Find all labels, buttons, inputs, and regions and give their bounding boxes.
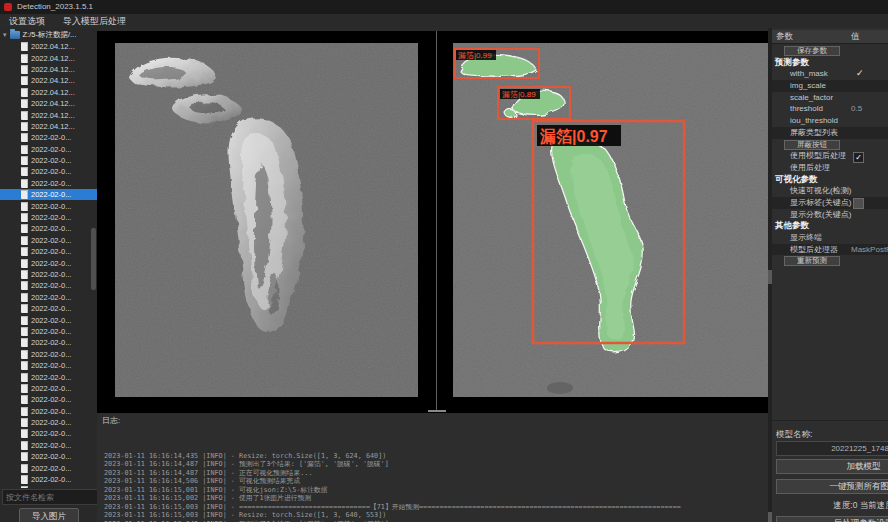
re-predict-button[interactable]: 重新预测	[784, 256, 840, 266]
tree-item[interactable]: 2022-02-0...	[0, 212, 97, 223]
tree-item[interactable]: 2022-02-0...	[0, 485, 97, 488]
viewer-splitter[interactable]	[436, 31, 437, 410]
tree-item-label: 2022-02-0...	[31, 395, 71, 404]
tree-item[interactable]: 2022.04.12...	[0, 64, 97, 75]
param-row-use-model-postprocess[interactable]: 使用模型后处理✓	[772, 150, 888, 162]
log-line: 2023-01-11 16:16:15,001 |INFO| - 可视化json…	[104, 486, 764, 495]
param-row-use-postprocess[interactable]: 使用后处理	[772, 162, 888, 174]
tree-item[interactable]: 2022.04.12...	[0, 41, 97, 52]
tree-item[interactable]: 2022-02-0...	[0, 223, 97, 234]
tree-item[interactable]: 2022-02-0...	[0, 394, 97, 405]
tree-item[interactable]: 2022-02-0...	[0, 166, 97, 177]
model-name-field[interactable]: 20221225_174813	[776, 441, 888, 456]
tree-item[interactable]: 2022-02-0...	[0, 257, 97, 268]
tree-item[interactable]: 2022-02-0...	[0, 417, 97, 428]
tree-item[interactable]: 2022.04.12...	[0, 121, 97, 132]
prediction-image-canvas[interactable]: 漏箔|0.99 漏箔|0.89 漏箔|0.97	[453, 43, 768, 397]
file-icon	[21, 202, 28, 211]
check-icon: ✓	[856, 68, 864, 80]
model-name-label: 模型名称:	[776, 429, 812, 441]
param-row-show-labels[interactable]: 显示标签(关键点)	[772, 197, 888, 209]
tree-item[interactable]: 2022-02-0...	[0, 235, 97, 246]
tree-item[interactable]: 2022-02-0...	[0, 451, 97, 462]
tree-item-label: 2022-02-0...	[31, 464, 71, 473]
param-row-show-terminal[interactable]: 显示终端	[772, 232, 888, 244]
tree-item[interactable]: 2022-02-0...	[0, 314, 97, 325]
param-row-model-postprocessor[interactable]: 模型后处理器MaskPostPro	[772, 244, 888, 256]
file-icon	[21, 475, 28, 484]
detection-label: 漏箔|0.89	[502, 90, 536, 99]
file-icon	[21, 407, 28, 416]
tree-item[interactable]: 2022-02-0...	[0, 326, 97, 337]
param-row-threshold[interactable]: threshold0.5	[772, 103, 888, 115]
tree-item[interactable]: 2022-02-0...	[0, 428, 97, 439]
tree-item[interactable]: 2022.04.12...	[0, 109, 97, 120]
postprocess-settings-button[interactable]: 后处理参数设置	[776, 516, 888, 522]
param-row-mask-type-list[interactable]: 屏蔽类型列表	[772, 127, 888, 139]
tree-item-label: 2022-02-0...	[31, 475, 71, 484]
save-params-button[interactable]: 保存参数	[784, 46, 840, 56]
file-icon	[21, 327, 28, 336]
param-row-fast-visualize[interactable]: 快速可视化(检测)	[772, 185, 888, 197]
param-row-with-mask[interactable]: with_mask✓	[772, 68, 888, 80]
tree-item[interactable]: 2022-02-0...	[0, 303, 97, 314]
tree-item[interactable]: 2022-02-0...	[0, 440, 97, 451]
parameters-panel: 参数 值 保存参数 预测参数 with_mask✓ img_scale scal…	[772, 28, 888, 522]
tree-item[interactable]: 2022.04.12...	[0, 75, 97, 86]
splitter-grip[interactable]	[428, 410, 446, 412]
param-row-img-scale[interactable]: img_scale	[772, 80, 888, 92]
tree-scrollbar-thumb[interactable]	[91, 228, 96, 290]
file-tree[interactable]: ▾ Z:/5-标注数据/... 2022.04.12... 2022.04.12…	[0, 28, 97, 488]
file-icon	[21, 224, 28, 233]
tree-item[interactable]: 2022-02-0...	[0, 337, 97, 348]
folder-icon	[10, 31, 20, 39]
value-column-header: 值	[851, 31, 860, 43]
file-icon	[21, 99, 28, 108]
file-icon	[21, 156, 28, 165]
tree-item-label: 2022-02-0...	[31, 156, 71, 165]
tree-item-label: 2022-02-0...	[31, 167, 71, 176]
tree-item[interactable]: 2022-02-0...	[0, 246, 97, 257]
menu-item-import-postprocess[interactable]: 导入模型后处理	[54, 14, 135, 28]
tree-item[interactable]: 2022-02-0...	[0, 383, 97, 394]
tree-item[interactable]: 2022-02-0...	[0, 178, 97, 189]
param-table-header: 参数 值	[772, 30, 888, 44]
original-image-canvas[interactable]	[115, 43, 418, 397]
tree-item[interactable]: 2022-02-0...	[0, 349, 97, 360]
load-model-button[interactable]: 加载模型	[776, 459, 888, 474]
param-row-scale-factor[interactable]: scale_factor	[772, 92, 888, 104]
window-title: Detection_2023.1.5.1	[17, 2, 93, 11]
tree-item[interactable]: 2022.04.12...	[0, 87, 97, 98]
predict-all-button[interactable]: 一键预测所有图片	[776, 479, 888, 494]
log-panel: 日志: 2023-01-11 16:16:14,435 |INFO| - Res…	[97, 413, 768, 522]
tree-item[interactable]: 2022-02-0...	[0, 360, 97, 371]
tree-item[interactable]: 2022-02-0...	[0, 269, 97, 280]
tree-item[interactable]: 2022-02-0...	[0, 474, 97, 485]
tree-item[interactable]: 2022-02-0...	[0, 144, 97, 155]
tree-item[interactable]: 2022-02-0...	[0, 132, 97, 143]
tree-item[interactable]: 2022.04.12...	[0, 98, 97, 109]
param-row-show-scores[interactable]: 显示分数(关键点)	[772, 209, 888, 221]
tree-item[interactable]: 2022-02-0...	[0, 200, 97, 211]
tree-item[interactable]: 2022-02-0...	[0, 462, 97, 473]
tree-item[interactable]: 2022-02-0...	[0, 280, 97, 291]
tree-item-label: 2022-02-0...	[31, 202, 71, 211]
tree-item[interactable]: 2022-02-0...	[0, 189, 97, 200]
tree-item[interactable]: 2022-02-0...	[0, 155, 97, 166]
tree-item[interactable]: 2022-02-0...	[0, 406, 97, 417]
tree-item[interactable]: 2022-02-0...	[0, 292, 97, 303]
param-section-predict: 预测参数	[772, 57, 888, 69]
tree-item-label: 2022-02-0...	[31, 304, 71, 313]
tree-root[interactable]: ▾ Z:/5-标注数据/...	[0, 28, 97, 41]
mask-button[interactable]: 屏蔽按钮	[784, 140, 840, 150]
import-images-button[interactable]: 导入图片	[19, 508, 79, 522]
tree-item-label: 2022-02-0...	[31, 429, 71, 438]
tree-item[interactable]: 2022-02-0...	[0, 371, 97, 382]
param-row-iou-threshold[interactable]: iou_threshold	[772, 115, 888, 127]
menu-item-settings[interactable]: 设置选项	[0, 14, 54, 28]
expand-arrow-icon[interactable]: ▾	[3, 28, 7, 41]
file-icon	[21, 236, 28, 245]
filename-search-input[interactable]	[2, 489, 97, 505]
tree-item[interactable]: 2022.04.12...	[0, 52, 97, 63]
log-line: 2023-01-11 16:16:14,435 |INFO| - Resize:…	[104, 452, 764, 461]
